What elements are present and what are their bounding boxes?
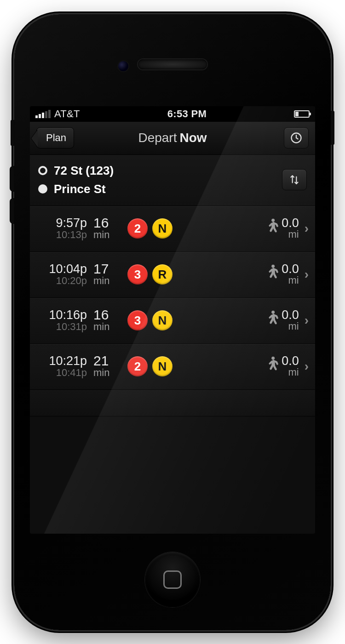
duration-value: 16 bbox=[93, 217, 122, 229]
time-column: 10:16p 10:31p bbox=[34, 308, 89, 332]
route-result[interactable]: 10:16p 10:31p 16 min 3N 0.0 mi › bbox=[30, 298, 315, 344]
subway-line-bullet: N bbox=[152, 310, 172, 331]
time-options-button[interactable] bbox=[284, 127, 309, 148]
back-button-label: Plan bbox=[46, 132, 66, 144]
depart-time: 10:04p bbox=[34, 262, 87, 275]
subway-line-bullet: 3 bbox=[127, 264, 148, 285]
power-button bbox=[331, 111, 334, 145]
title-prefix: Depart bbox=[138, 131, 177, 145]
duration-value: 17 bbox=[93, 262, 122, 275]
time-column: 9:57p 10:13p bbox=[34, 217, 89, 240]
carrier-label: AT&T bbox=[54, 108, 80, 120]
subway-line-bullet: N bbox=[152, 356, 172, 376]
time-column: 10:04p 10:20p bbox=[34, 262, 89, 286]
volume-down-button bbox=[10, 198, 14, 224]
empty-row bbox=[30, 390, 315, 416]
clock-icon bbox=[290, 131, 303, 144]
walk-unit: mi bbox=[282, 229, 299, 240]
depart-time: 9:57p bbox=[34, 217, 87, 229]
back-button[interactable]: Plan bbox=[36, 127, 74, 148]
depart-time: 10:16p bbox=[34, 308, 87, 321]
duration-value: 21 bbox=[93, 354, 122, 367]
walk-distance: 0.0 bbox=[282, 216, 299, 230]
route-result[interactable]: 9:57p 10:13p 16 min 2N 0.0 mi › bbox=[30, 206, 315, 252]
duration-unit: min bbox=[93, 367, 122, 378]
walk-unit: mi bbox=[282, 321, 299, 332]
subway-line-bullet: 2 bbox=[127, 218, 148, 239]
transit-lines: 3R bbox=[125, 264, 261, 285]
destination-label: Prince St bbox=[54, 180, 106, 198]
arrive-time: 10:31p bbox=[34, 321, 87, 332]
route-result[interactable]: 10:04p 10:20p 17 min 3R 0.0 mi › bbox=[30, 252, 315, 298]
walk-column: 0.0 mi bbox=[264, 355, 299, 378]
swap-stations-button[interactable] bbox=[282, 169, 307, 190]
signal-strength-icon bbox=[35, 110, 51, 118]
walk-distance: 0.0 bbox=[282, 262, 299, 276]
walk-column: 0.0 mi bbox=[264, 309, 299, 332]
chevron-right-icon: › bbox=[305, 267, 309, 282]
duration-column: 17 min bbox=[92, 262, 122, 286]
screen: AT&T 6:53 PM Plan DepartNow 72 bbox=[30, 106, 315, 534]
transit-lines: 2N bbox=[125, 218, 261, 239]
time-column: 10:21p 10:41p bbox=[34, 354, 89, 378]
subway-line-bullet: R bbox=[152, 264, 172, 285]
subway-line-bullet: 2 bbox=[127, 356, 148, 376]
volume-up-button bbox=[10, 166, 14, 192]
swap-vertical-icon bbox=[288, 174, 300, 186]
subway-line-bullet: N bbox=[152, 218, 172, 239]
arrive-time: 10:13p bbox=[34, 229, 87, 240]
duration-column: 16 min bbox=[92, 217, 122, 240]
status-bar: AT&T 6:53 PM bbox=[30, 106, 315, 122]
walk-column: 0.0 mi bbox=[264, 217, 299, 240]
destination-row[interactable]: Prince St bbox=[38, 180, 282, 198]
earpiece-speaker bbox=[138, 59, 207, 69]
route-result[interactable]: 10:21p 10:41p 21 min 2N 0.0 mi › bbox=[30, 344, 315, 390]
duration-value: 16 bbox=[93, 308, 122, 321]
duration-unit: min bbox=[93, 321, 122, 332]
walk-icon bbox=[264, 356, 280, 376]
home-button[interactable] bbox=[145, 552, 200, 607]
route-results-list: 9:57p 10:13p 16 min 2N 0.0 mi › 10:04p 1… bbox=[30, 206, 315, 534]
duration-unit: min bbox=[93, 229, 122, 240]
duration-column: 16 min bbox=[92, 308, 122, 332]
title-emphasis: Now bbox=[179, 131, 207, 145]
walk-icon bbox=[264, 218, 280, 239]
chevron-right-icon: › bbox=[305, 359, 309, 374]
svg-point-2 bbox=[271, 265, 275, 268]
depart-time: 10:21p bbox=[34, 354, 87, 367]
destination-marker-icon bbox=[38, 184, 47, 194]
origin-destination-panel: 72 St (123) Prince St bbox=[30, 155, 315, 206]
transit-lines: 2N bbox=[125, 356, 261, 376]
mute-switch bbox=[11, 120, 14, 146]
origin-label: 72 St (123) bbox=[54, 161, 114, 180]
chevron-right-icon: › bbox=[305, 221, 309, 236]
duration-unit: min bbox=[93, 275, 122, 286]
walk-unit: mi bbox=[282, 367, 299, 378]
walk-icon bbox=[264, 310, 280, 331]
walk-unit: mi bbox=[282, 275, 299, 286]
walk-column: 0.0 mi bbox=[264, 263, 299, 286]
walk-distance: 0.0 bbox=[282, 308, 299, 322]
svg-point-3 bbox=[271, 311, 275, 314]
navbar: Plan DepartNow bbox=[30, 122, 315, 155]
walk-icon bbox=[264, 264, 280, 285]
chevron-right-icon: › bbox=[305, 313, 309, 328]
svg-point-1 bbox=[271, 219, 275, 222]
duration-column: 21 min bbox=[92, 354, 122, 378]
origin-row[interactable]: 72 St (123) bbox=[38, 161, 282, 180]
svg-point-4 bbox=[271, 357, 275, 360]
arrive-time: 10:41p bbox=[34, 367, 87, 378]
walk-distance: 0.0 bbox=[282, 354, 299, 368]
front-camera bbox=[118, 61, 128, 71]
iphone-frame: AT&T 6:53 PM Plan DepartNow 72 bbox=[14, 14, 331, 630]
arrive-time: 10:20p bbox=[34, 275, 87, 286]
origin-marker-icon bbox=[38, 166, 47, 175]
battery-icon bbox=[294, 110, 310, 118]
status-time: 6:53 PM bbox=[80, 108, 294, 120]
transit-lines: 3N bbox=[125, 310, 261, 331]
subway-line-bullet: 3 bbox=[127, 310, 148, 331]
